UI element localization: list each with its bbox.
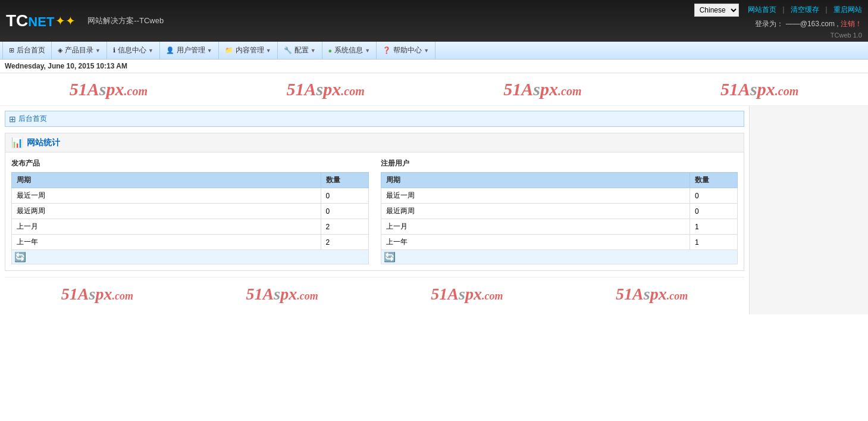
table-row: 上一月1 — [381, 219, 738, 235]
date-text: Wednesday, June 10, 2015 10:13 AM — [5, 62, 127, 70]
header-left: TCNET ✦✦ 网站解决方案--TCweb — [6, 13, 164, 29]
products-nav-icon: ◈ — [58, 46, 62, 54]
count-cell: 0 — [690, 188, 738, 204]
bottom-watermark-3: 51Aspx.com — [431, 283, 503, 304]
users-nav-icon: 👤 — [166, 46, 174, 54]
sidebar-right — [749, 106, 868, 314]
period-cell: 最近一周 — [12, 188, 321, 204]
nav-item-content[interactable]: 📁 内容管理 ▼ — [219, 42, 278, 59]
stats-panel: 📊 网站统计 发布产品 周期 数量 最近一周0最近 — [5, 133, 744, 271]
content-nav-arrow: ▼ — [266, 48, 271, 54]
breadcrumb-link[interactable]: 后台首页 — [18, 114, 47, 124]
version-label: TCweb 1.0 — [831, 32, 862, 39]
stats-icon: 📊 — [11, 137, 23, 148]
stats-body: 发布产品 周期 数量 最近一周0最近两周0上一月2上一年2 — [5, 152, 744, 270]
products-nav-arrow: ▼ — [95, 48, 101, 54]
users-title: 注册用户 — [381, 158, 738, 169]
language-selector[interactable]: Chinese English — [694, 4, 739, 17]
count-cell: 1 — [690, 219, 738, 235]
info-nav-icon: ℹ — [113, 46, 115, 54]
products-title: 发布产品 — [11, 158, 369, 169]
count-cell: 0 — [690, 204, 738, 219]
nav-item-home[interactable]: ⊞ 后台首页 — [2, 42, 52, 59]
nav-item-users[interactable]: 👤 用户管理 ▼ — [160, 42, 219, 59]
logo: TCNET ✦✦ — [6, 13, 76, 29]
period-cell: 上一月 — [381, 219, 690, 235]
system-nav-arrow: ▼ — [365, 48, 370, 54]
top-watermark-strip: 51Aspx.com 51Aspx.com 51Aspx.com 51Aspx.… — [0, 73, 868, 106]
breadcrumb-icon: ⊞ — [9, 114, 16, 124]
watermark-3: 51Aspx.com — [503, 79, 581, 99]
logo-text: TCNET — [6, 13, 54, 29]
users-col-period: 周期 — [381, 173, 690, 188]
clear-cache-link[interactable]: 清空缓存 — [791, 5, 819, 15]
home-link[interactable]: 网站首页 — [748, 5, 776, 15]
products-refresh-button[interactable]: 🔄 — [14, 251, 26, 263]
watermark-4: 51Aspx.com — [720, 79, 798, 99]
bottom-watermark-2: 51Aspx.com — [246, 283, 318, 304]
bottom-watermark-strip: 51Aspx.com 51Aspx.com 51Aspx.com 51Aspx.… — [5, 277, 744, 310]
main-content: ⊞ 后台首页 📊 网站统计 发布产品 周期 数量 — [0, 106, 868, 314]
content-area: ⊞ 后台首页 📊 网站统计 发布产品 周期 数量 — [0, 106, 749, 314]
restart-link[interactable]: 重启网站 — [833, 5, 862, 15]
config-nav-arrow: ▼ — [311, 48, 316, 54]
table-row: 最近一周0 — [12, 188, 369, 204]
logo-subtitle: 网站解决方案--TCweb — [87, 15, 164, 26]
users-col-count: 数量 — [690, 173, 738, 188]
stats-header: 📊 网站统计 — [5, 133, 744, 152]
products-section: 发布产品 周期 数量 最近一周0最近两周0上一月2上一年2 — [11, 158, 369, 264]
products-col-count: 数量 — [321, 173, 368, 188]
header-top-links: Chinese English 网站首页 ｜ 清空缓存 ｜ 重启网站 — [694, 4, 862, 17]
count-cell: 0 — [321, 204, 368, 219]
watermark-2: 51Aspx.com — [287, 79, 365, 99]
period-cell: 上一月 — [12, 219, 321, 235]
config-nav-icon: 🔧 — [284, 46, 292, 54]
count-cell: 0 — [321, 188, 368, 204]
count-cell: 2 — [321, 219, 368, 235]
users-refresh-button[interactable]: 🔄 — [384, 251, 396, 263]
nav-item-config[interactable]: 🔧 配置 ▼ — [278, 42, 322, 59]
info-nav-arrow: ▼ — [148, 48, 153, 54]
help-nav-icon: ❓ — [383, 46, 391, 54]
users-table: 周期 数量 最近一周0最近两周0上一月1上一年1 🔄 — [381, 172, 738, 264]
bottom-watermark-4: 51Aspx.com — [616, 283, 688, 304]
help-nav-arrow: ▼ — [424, 48, 429, 54]
nav-item-system[interactable]: ● 系统信息 ▼ — [322, 42, 377, 59]
header: TCNET ✦✦ 网站解决方案--TCweb Chinese English 网… — [0, 0, 868, 42]
products-table: 周期 数量 最近一周0最近两周0上一月2上一年2 🔄 — [11, 172, 369, 264]
period-cell: 最近两周 — [12, 204, 321, 219]
nav-item-info[interactable]: ℹ 信息中心 ▼ — [107, 42, 160, 59]
date-bar: Wednesday, June 10, 2015 10:13 AM — [0, 60, 868, 73]
table-row: 最近两周0 — [381, 204, 738, 219]
home-nav-icon: ⊞ — [9, 46, 14, 54]
period-cell: 最近一周 — [381, 188, 690, 204]
bottom-watermark-1: 51Aspx.com — [61, 283, 133, 304]
stats-title: 网站统计 — [27, 138, 60, 148]
period-cell: 最近两周 — [381, 204, 690, 219]
table-row: 上一年1 — [381, 235, 738, 250]
watermark-1: 51Aspx.com — [70, 79, 148, 99]
table-row: 上一月2 — [12, 219, 369, 235]
nav-item-help[interactable]: ❓ 帮助中心 ▼ — [377, 42, 435, 59]
logo-stars: ✦✦ — [55, 14, 76, 28]
users-section: 注册用户 周期 数量 最近一周0最近两周0上一月1上一年1 — [381, 158, 738, 264]
period-cell: 上一年 — [381, 235, 690, 250]
logout-link[interactable]: 注销！ — [841, 20, 862, 28]
count-cell: 1 — [690, 235, 738, 250]
products-col-period: 周期 — [12, 173, 321, 188]
users-refresh-row: 🔄 — [381, 250, 738, 264]
period-cell: 上一年 — [12, 235, 321, 250]
count-cell: 2 — [321, 235, 368, 250]
breadcrumb: ⊞ 后台首页 — [5, 111, 744, 127]
nav-item-products[interactable]: ◈ 产品目录 ▼ — [52, 42, 107, 59]
users-nav-arrow: ▼ — [207, 48, 212, 54]
table-row: 最近两周0 — [12, 204, 369, 219]
header-right: Chinese English 网站首页 ｜ 清空缓存 ｜ 重启网站 登录为： … — [694, 4, 862, 39]
table-row: 上一年2 — [12, 235, 369, 250]
content-nav-icon: 📁 — [225, 46, 233, 54]
login-info: 登录为： ——@163.com , 注销！ — [755, 19, 862, 29]
system-nav-icon: ● — [328, 47, 333, 54]
table-row: 最近一周0 — [381, 188, 738, 204]
products-refresh-row: 🔄 — [12, 250, 369, 264]
navbar: ⊞ 后台首页 ◈ 产品目录 ▼ ℹ 信息中心 ▼ 👤 用户管理 ▼ 📁 内容管理… — [0, 42, 868, 60]
